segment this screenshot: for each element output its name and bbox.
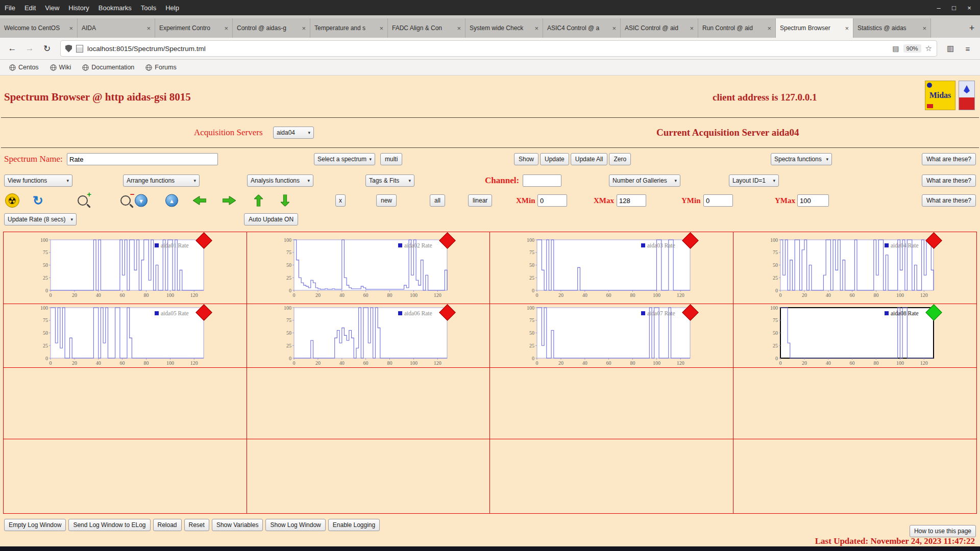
what-are-these-button-2[interactable]: What are these? — [922, 174, 976, 187]
spectrum-chart-aida06-rate[interactable]: 0255075100020406080100120aida06 Rate — [277, 305, 452, 367]
reload-button[interactable]: ↻ — [40, 41, 54, 56]
blue-up-arrow-icon[interactable]: ▲ — [165, 194, 178, 207]
layout-id-dropdown[interactable]: Layout ID=1 ▾ — [729, 174, 779, 187]
pan-down-icon[interactable] — [281, 195, 289, 207]
view-functions-dropdown[interactable]: View functions ▾ — [4, 174, 72, 187]
reset-button[interactable]: Reset — [184, 519, 209, 531]
bookmark-star-icon[interactable]: ☆ — [925, 44, 932, 53]
tab-close-icon[interactable]: × — [690, 24, 694, 32]
tags-fits-dropdown[interactable]: Tags & Fits ▾ — [365, 174, 414, 187]
tab-close-icon[interactable]: × — [146, 24, 151, 32]
tab-spectrum-browser[interactable]: Spectrum Browser× — [776, 18, 853, 38]
spectrum-chart-aida02-rate[interactable]: 0255075100020406080100120aida02 Rate — [277, 237, 452, 299]
menu-help[interactable]: Help — [161, 4, 184, 12]
reload-button[interactable]: Reload — [153, 519, 182, 531]
tab-system-wide-check[interactable]: System wide Check× — [465, 18, 543, 38]
tab-close-icon[interactable]: × — [457, 24, 461, 32]
spectrum-chart-aida04-rate[interactable]: 0255075100020406080100120aida04 Rate — [763, 237, 939, 299]
tab-close-icon[interactable]: × — [767, 24, 771, 32]
spectrum-chart-aida03-rate[interactable]: 0255075100020406080100120aida03 Rate — [520, 237, 695, 299]
linear-button[interactable]: linear — [468, 194, 492, 207]
url-bar[interactable]: localhost:8015/Spectrum/Spectrum.tml ▤ 9… — [60, 40, 937, 57]
pan-up-icon[interactable] — [254, 195, 263, 207]
x-button[interactable]: x — [335, 194, 346, 207]
what-are-these-button-3[interactable]: What are these? — [922, 194, 976, 207]
tab-fadc-align-con[interactable]: FADC Align & Con× — [388, 18, 465, 38]
analysis-functions-dropdown[interactable]: Analysis functions ▾ — [247, 174, 313, 187]
tab-close-icon[interactable]: × — [379, 24, 383, 32]
shield-icon[interactable] — [65, 45, 72, 53]
menu-history[interactable]: History — [64, 4, 93, 12]
update-all-button[interactable]: Update All — [571, 153, 608, 165]
new-tab-button[interactable]: + — [964, 18, 980, 38]
menu-tools[interactable]: Tools — [136, 4, 161, 12]
tab-close-icon[interactable]: × — [302, 24, 306, 32]
gallery-cell-3[interactable]: 0255075100020406080100120aida03 Rate — [490, 232, 733, 304]
update-rate-dropdown[interactable]: Update Rate (8 secs) ▾ — [4, 213, 77, 226]
zoom-in-icon[interactable]: + — [78, 195, 88, 206]
menu-edit[interactable]: Edit — [20, 4, 40, 12]
tab-close-icon[interactable]: × — [845, 24, 849, 32]
tab-asic4-control-a[interactable]: ASIC4 Control @ a× — [543, 18, 621, 38]
tab-close-icon[interactable]: × — [69, 24, 73, 32]
zero-button[interactable]: Zero — [609, 153, 631, 165]
reader-mode-icon[interactable]: ▤ — [892, 44, 899, 53]
maximize-icon[interactable]: □ — [947, 4, 961, 12]
tab-aida[interactable]: AIDA× — [78, 18, 155, 38]
bookmark-forums[interactable]: Forums — [142, 64, 179, 71]
gallery-cell-8[interactable]: 0255075100020406080100120aida08 Rate — [733, 304, 977, 368]
back-button[interactable]: ← — [5, 41, 19, 56]
empty-log-window-button[interactable]: Empty Log Window — [4, 519, 66, 531]
zoom-out-icon[interactable]: − — [120, 195, 131, 206]
pan-left-icon[interactable] — [193, 196, 206, 205]
select-a-spectrum-dropdown[interactable]: Select a spectrum ▾ — [314, 153, 375, 165]
bookmark-documentation[interactable]: Documentation — [79, 64, 137, 71]
gallery-cell-6[interactable]: 0255075100020406080100120aida06 Rate — [247, 304, 491, 368]
url-text[interactable]: localhost:8015/Spectrum/Spectrum.tml — [87, 45, 888, 53]
tab-close-icon[interactable]: × — [922, 24, 926, 32]
new-button[interactable]: new — [376, 194, 397, 207]
arrange-functions-dropdown[interactable]: Arrange functions ▾ — [123, 174, 200, 187]
what-are-these-button-1[interactable]: What are these? — [922, 153, 976, 165]
radiation-icon[interactable]: ☢ — [5, 193, 19, 208]
forward-button[interactable]: → — [22, 41, 37, 56]
all-button[interactable]: all — [430, 194, 445, 207]
xmax-input[interactable] — [617, 194, 646, 207]
gallery-cell-7[interactable]: 0255075100020406080100120aida07 Rate — [490, 304, 733, 368]
acquisition-server-select[interactable]: aida04 ▾ — [273, 127, 314, 139]
spectra-functions-dropdown[interactable]: Spectra functions ▾ — [771, 153, 832, 165]
tab-asic-control-aid[interactable]: ASIC Control @ aid× — [621, 18, 698, 38]
spectrum-chart-aida05-rate[interactable]: 0255075100020406080100120aida05 Rate — [33, 305, 209, 367]
tab-control-aidas-g[interactable]: Control @ aidas-g× — [233, 18, 310, 38]
bookmark-centos[interactable]: Centos — [6, 64, 42, 71]
ymin-input[interactable] — [703, 194, 733, 207]
update-button[interactable]: Update — [540, 153, 569, 165]
send-log-window-to-elog-button[interactable]: Send Log Window to ELog — [68, 519, 150, 531]
multi-button[interactable]: multi — [380, 153, 402, 165]
tab-welcome-to-centos[interactable]: Welcome to CentOS× — [0, 18, 78, 38]
show-log-window-button[interactable]: Show Log Window — [265, 519, 325, 531]
zoom-level-badge[interactable]: 90% — [903, 44, 921, 53]
show-variables-button[interactable]: Show Variables — [212, 519, 263, 531]
gallery-cell-1[interactable]: 0255075100020406080100120aida01 Rate — [4, 232, 247, 304]
menu-bookmarks[interactable]: Bookmarks — [94, 4, 136, 12]
tab-statistics-aidas[interactable]: Statistics @ aidas× — [853, 18, 931, 38]
site-identity-icon[interactable] — [76, 45, 83, 53]
minimize-icon[interactable]: – — [932, 4, 945, 12]
xmin-input[interactable] — [537, 194, 567, 207]
spectrum-chart-aida01-rate[interactable]: 0255075100020406080100120aida01 Rate — [33, 237, 209, 299]
spectrum-chart-aida08-rate[interactable]: 0255075100020406080100120aida08 Rate — [763, 305, 939, 367]
ymax-input[interactable] — [797, 194, 829, 207]
how-to-use-button[interactable]: How to use this page — [910, 525, 976, 537]
spectrum-name-input[interactable] — [67, 153, 218, 165]
close-icon[interactable]: × — [963, 4, 976, 12]
enable-logging-button[interactable]: Enable Logging — [328, 519, 380, 531]
library-icon[interactable]: ▥ — [943, 41, 958, 56]
spectrum-chart-aida07-rate[interactable]: 0255075100020406080100120aida07 Rate — [520, 305, 695, 367]
pan-right-icon[interactable] — [223, 196, 236, 205]
auto-update-button[interactable]: Auto Update ON — [244, 213, 298, 226]
menu-file[interactable]: File — [0, 4, 20, 12]
refresh-icon[interactable]: ↻ — [33, 194, 43, 207]
channel-input[interactable] — [523, 174, 561, 187]
app-menu-icon[interactable]: ≡ — [961, 41, 975, 56]
